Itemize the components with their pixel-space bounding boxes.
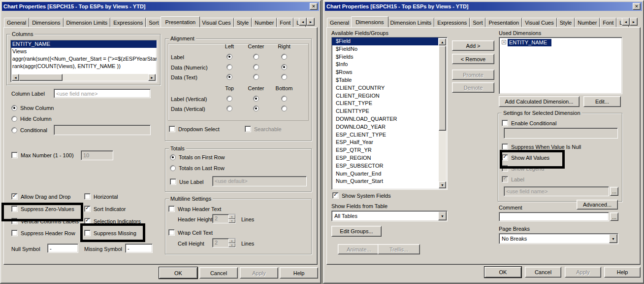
valign-data-bottom-radio[interactable] [281,106,287,111]
tab-dimensions[interactable]: Dimensions [29,18,63,27]
align-label-center-radio[interactable] [253,54,259,60]
add-button[interactable]: Add > [452,40,494,51]
tab-number[interactable]: Number [252,18,277,27]
field-item[interactable]: ESP_SUBSECTOR [332,162,447,170]
spinner-down-icon[interactable]: ▼ [228,219,235,223]
tab-general[interactable]: General [327,18,352,27]
field-item[interactable]: $Rows [332,69,447,76]
expand-icon[interactable]: + [502,40,506,44]
field-item[interactable]: CLIENT_COUNTRY [332,84,447,92]
close-icon[interactable]: ✕ [310,3,318,10]
align-text-left-radio[interactable] [226,74,232,80]
tab-dimension-limits[interactable]: Dimension Limits [387,18,435,27]
tab-scroll-right-icon[interactable]: ► [307,18,315,26]
conditional-field[interactable] [54,125,151,135]
field-item[interactable]: ESP_REGION [332,154,447,162]
advanced-button[interactable]: Advanced... [577,200,618,210]
header-height-spinner[interactable]: 2 ▲ ▼ [212,214,236,223]
field-item[interactable]: CLIENT_TYPE [332,100,447,107]
horizontal-checkbox[interactable]: Horizontal [84,193,118,200]
tab-font[interactable]: Font [277,18,293,27]
tab-expressions[interactable]: Expressions [434,18,470,27]
tab-presentation[interactable]: Presentation [485,18,522,27]
column-item[interactable]: Views [11,48,157,55]
field-item[interactable]: CLIENT_REGION [332,92,447,100]
tab-scroll-right-icon[interactable]: ► [630,18,638,26]
suppress-null-checkbox[interactable]: Suppress When Value Is Null [502,143,581,150]
tab-presentation[interactable]: Presentation [161,16,200,27]
cell-height-spinner[interactable]: 2 ▲ ▼ [212,238,236,248]
max-number-checkbox[interactable]: Max Number (1 - 100) [11,152,74,158]
field-item[interactable]: Num_Quarter_End [332,170,447,178]
label-ellipsis-button[interactable]: ... [610,187,618,196]
tab-visual-cues[interactable]: Visual Cues [199,18,234,27]
align-numeric-right-radio[interactable] [281,64,287,70]
valign-data-center-radio[interactable] [253,106,259,111]
scroll-right-icon[interactable]: ► [148,74,156,81]
tab-dimension-limits[interactable]: Dimension Limits [64,18,111,27]
label-checkbox[interactable]: ✓ Label [502,176,524,182]
page-breaks-dropdown[interactable]: No Breaks ▼ [499,233,618,244]
scrollbar-thumb[interactable] [19,74,63,81]
tab-sort[interactable]: Sort [146,18,161,27]
field-item[interactable]: Num_Quarter_Start [332,178,447,185]
cancel-button[interactable]: Cancel [199,267,238,279]
dimension-label-field[interactable]: <use field name> [504,186,609,196]
field-item[interactable]: $Table [332,76,447,84]
table-filter-dropdown[interactable]: All Tables ▼ [331,211,448,221]
edit-button[interactable]: Edit... [583,96,621,107]
tab-style[interactable]: Style [234,18,252,27]
spinner-up-icon[interactable]: ▲ [228,239,235,243]
valign-label-bottom-radio[interactable] [281,96,287,102]
tab-scroll-left-icon[interactable]: ◄ [299,18,307,26]
scrollbar-thumb[interactable] [439,46,446,131]
field-item[interactable]: $Fields [332,53,447,61]
tab-dimensions[interactable]: Dimensions [351,16,388,27]
align-numeric-center-radio[interactable] [253,64,259,70]
show-system-fields-checkbox[interactable]: ✓ Show System Fields [332,192,391,199]
columns-listbox[interactable]: ENTITY_NAME Views aggr(rank(sum({<Num_Qu… [10,40,157,82]
align-label-right-radio[interactable] [281,54,287,60]
field-item[interactable]: ESP_QTR_YR [332,146,447,154]
field-item[interactable]: DOWNLOAD_QUARTER [332,115,447,123]
valign-data-top-radio[interactable] [226,106,232,111]
use-label-checkbox[interactable]: Use Label [170,178,204,185]
searchable-checkbox[interactable]: Searchable [245,126,282,132]
allow-drag-checkbox[interactable]: ✓ Allow Drag and Drop [11,193,71,200]
scroll-down-icon[interactable]: ▼ [439,181,446,188]
totals-last-row-radio[interactable]: Totals on Last Row [170,165,225,171]
title-bar[interactable]: Chart Properties [ESPCH15 - Top ESPs by … [325,2,642,11]
horizontal-scrollbar[interactable]: ◄ ► [12,74,156,81]
help-button[interactable]: Help [280,267,318,279]
title-bar[interactable]: Chart Properties [ESPCH15 - Top ESPs by … [2,2,319,11]
valign-label-top-radio[interactable] [226,96,232,102]
tab-style[interactable]: Style [557,18,575,27]
comment-field[interactable] [499,212,609,221]
wrap-cell-checkbox[interactable]: Wrap Cell Text [168,229,213,236]
spinner-down-icon[interactable]: ▼ [228,243,235,248]
conditional-expression-field[interactable] [504,128,618,139]
vertical-scrollbar[interactable]: ▲ ▼ [439,38,446,188]
enable-conditional-checkbox[interactable]: Enable Conditional [502,120,556,126]
used-dimensions-listbox[interactable]: + ENTITY_NAME [499,37,622,94]
dropdown-arrow-icon[interactable]: ▼ [438,212,447,220]
align-numeric-left-radio[interactable] [226,64,232,70]
null-symbol-field[interactable]: - [47,244,78,253]
close-icon[interactable]: ✕ [633,3,641,10]
suppress-header-checkbox[interactable]: Suppress Header Row [11,230,75,236]
ok-button[interactable]: OK [484,267,521,278]
spinner-up-icon[interactable]: ▲ [228,214,235,219]
show-column-radio[interactable]: Show Column [11,105,54,111]
valign-label-center-radio[interactable] [253,96,259,102]
tab-font[interactable]: Font [600,18,616,27]
dropdown-arrow-icon[interactable]: ▼ [609,234,617,243]
tab-general[interactable]: General [4,18,29,27]
tab-scroll-left-icon[interactable]: ◄ [622,18,630,26]
help-button[interactable]: Help [604,267,641,278]
align-text-right-radio[interactable] [281,74,287,80]
apply-button[interactable]: Apply [240,267,278,279]
tab-sort[interactable]: Sort [470,18,485,27]
remove-button[interactable]: < Remove [452,54,494,64]
align-text-center-radio[interactable] [253,74,259,80]
field-item-selected[interactable]: $Field [332,37,438,45]
